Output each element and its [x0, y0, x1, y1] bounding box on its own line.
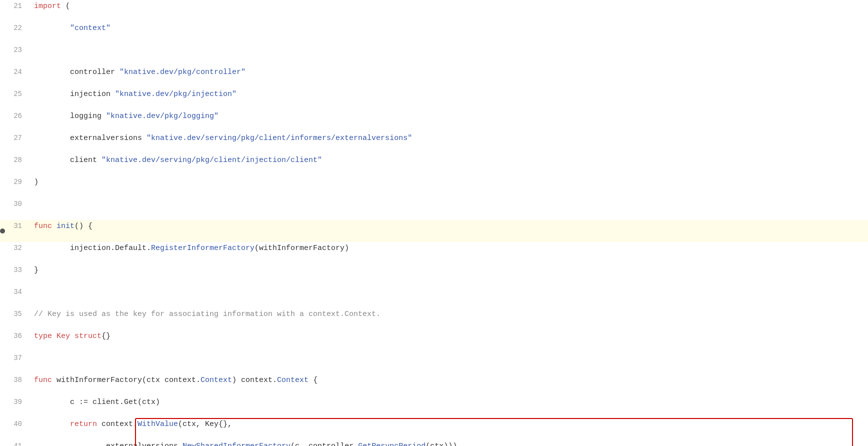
token-plain: () {: [74, 222, 92, 230]
token-kw: return: [34, 420, 97, 428]
line-content-25: injection "knative.dev/pkg/injection": [30, 88, 868, 101]
token-str: "knative.dev/serving/pkg/client/injectio…: [102, 156, 322, 164]
code-line-25: 25 injection "knative.dev/pkg/injection": [0, 88, 868, 110]
line-content-35: // Key is used as the key for associatin…: [30, 308, 868, 321]
line-number-35: 35: [0, 308, 30, 320]
token-str: "context": [70, 24, 110, 32]
token-kw: func: [34, 376, 52, 384]
token-kw: func: [34, 222, 52, 230]
token-plain: externalversions: [34, 134, 146, 142]
line-number-30: 30: [0, 198, 30, 210]
line-content-36: type Key struct{}: [30, 330, 868, 343]
line-number-29: 29: [0, 176, 30, 188]
line-number-25: 25: [0, 88, 30, 100]
line-number-32: 32: [0, 242, 30, 254]
line-content-33: }: [30, 264, 868, 277]
token-plain: [52, 222, 56, 230]
token-fn: Context: [200, 376, 232, 384]
token-plain: context.: [97, 420, 138, 428]
token-plain: externalversions.: [34, 442, 182, 446]
token-plain: [70, 332, 74, 340]
code-line-30: 30: [0, 198, 868, 220]
code-line-32: 32 injection.Default.RegisterInformerFac…: [0, 242, 868, 264]
line-number-26: 26: [0, 110, 30, 122]
code-editor: 21import (22 "context"23 24 controller "…: [0, 0, 868, 446]
line-content-24: controller "knative.dev/pkg/controller": [30, 66, 868, 79]
token-fn: RegisterInformerFactory: [151, 244, 254, 252]
line-content-27: externalversions "knative.dev/serving/pk…: [30, 132, 868, 145]
token-plain: [52, 332, 56, 340]
code-line-35: 35// Key is used as the key for associat…: [0, 308, 868, 330]
code-line-38: 38func withInformerFactory(ctx context.C…: [0, 374, 868, 396]
line-content-28: client "knative.dev/serving/pkg/client/i…: [30, 154, 868, 167]
code-line-40: 40 return context.WithValue(ctx, Key{},: [0, 418, 868, 440]
line-number-28: 28: [0, 154, 30, 166]
code-line-22: 22 "context": [0, 22, 868, 44]
line-number-38: 38: [0, 374, 30, 386]
code-line-24: 24 controller "knative.dev/pkg/controlle…: [0, 66, 868, 88]
code-line-34: 34: [0, 286, 868, 308]
token-fn: Context: [277, 376, 308, 384]
line-number-27: 27: [0, 132, 30, 144]
token-str: "knative.dev/pkg/logging": [106, 112, 218, 120]
code-line-31: 31func init() {: [0, 220, 868, 242]
token-plain: (ctx))): [426, 442, 457, 446]
token-plain: {: [308, 376, 318, 384]
token-plain: ): [34, 178, 38, 186]
line-number-39: 39: [0, 396, 30, 408]
line-content-26: logging "knative.dev/pkg/logging": [30, 110, 868, 123]
token-plain: (withInformerFactory): [254, 244, 349, 252]
line-content-29: ): [30, 176, 868, 189]
token-plain: logging: [34, 112, 106, 120]
token-kw: Key: [56, 332, 70, 340]
token-str: "knative.dev/pkg/controller": [120, 68, 246, 76]
code-line-33: 33}: [0, 264, 868, 286]
token-plain: c := client.Get(ctx): [34, 398, 160, 406]
line-number-22: 22: [0, 22, 30, 34]
token-fn: GetResyncPeriod: [358, 442, 426, 446]
line-content-31: func init() {: [30, 220, 868, 233]
token-str: "knative.dev/pkg/injection": [115, 90, 236, 98]
line-content-38: func withInformerFactory(ctx context.Con…: [30, 374, 868, 387]
line-number-34: 34: [0, 286, 30, 298]
token-fn: init: [56, 222, 74, 230]
code-line-28: 28 client "knative.dev/serving/pkg/clien…: [0, 154, 868, 176]
token-cm: // Key is used as the key for associatin…: [34, 310, 380, 318]
token-plain: injection.Default.: [34, 244, 151, 252]
code-line-39: 39 c := client.Get(ctx): [0, 396, 868, 418]
line-content-21: import (: [30, 0, 868, 13]
line-content-22: "context": [30, 22, 868, 35]
code-line-29: 29): [0, 176, 868, 198]
token-fn: NewSharedInformerFactory: [182, 442, 290, 446]
token-plain: (ctx, Key{},: [178, 420, 232, 428]
token-plain: ) context.: [232, 376, 277, 384]
token-plain: client: [34, 156, 102, 164]
line-number-23: 23: [0, 44, 30, 56]
token-kw: struct: [74, 332, 102, 340]
line-content-37: [30, 352, 868, 365]
token-plain: [34, 24, 70, 32]
line-number-33: 33: [0, 264, 30, 276]
code-line-26: 26 logging "knative.dev/pkg/logging": [0, 110, 868, 132]
line-content-23: [30, 44, 868, 57]
token-plain: {}: [102, 332, 110, 340]
token-plain: (: [61, 2, 70, 10]
line-content-34: [30, 286, 868, 299]
line-content-32: injection.Default.RegisterInformerFactor…: [30, 242, 868, 255]
token-plain: withInformerFactory(ctx context.: [52, 376, 200, 384]
line-content-39: c := client.Get(ctx): [30, 396, 868, 409]
code-line-23: 23: [0, 44, 868, 66]
line-number-40: 40: [0, 418, 30, 430]
line-content-40: return context.WithValue(ctx, Key{},: [30, 418, 868, 431]
code-line-21: 21import (: [0, 0, 868, 22]
token-plain: }: [34, 266, 38, 274]
code-line-27: 27 externalversions "knative.dev/serving…: [0, 132, 868, 154]
token-kw: import: [34, 2, 61, 10]
code-line-36: 36type Key struct{}: [0, 330, 868, 352]
breakpoint-dot: [0, 228, 5, 234]
token-plain: (c, controller.: [290, 442, 358, 446]
token-kw: type: [34, 332, 52, 340]
line-number-36: 36: [0, 330, 30, 342]
code-line-41: 41 externalversions.NewSharedInformerFac…: [0, 440, 868, 446]
code-line-37: 37: [0, 352, 868, 374]
